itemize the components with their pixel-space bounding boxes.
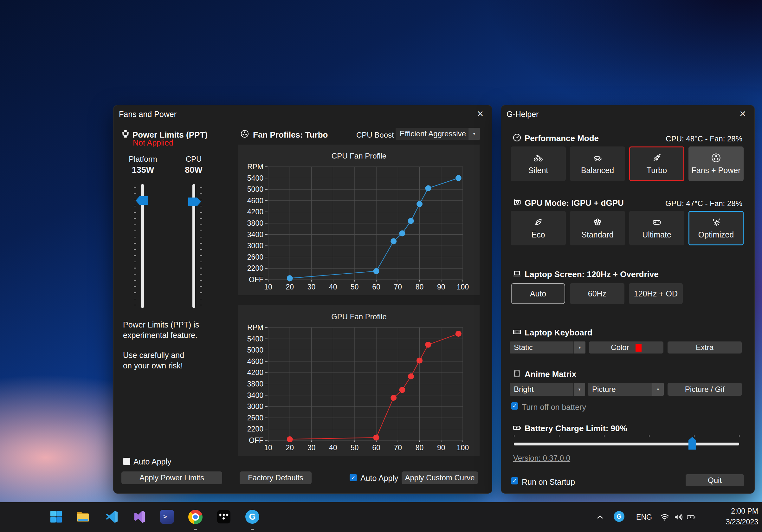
check-icon: ✓ bbox=[512, 478, 517, 484]
file-explorer-button[interactable] bbox=[75, 509, 91, 524]
ghelper-taskbar-button[interactable]: G bbox=[245, 509, 260, 524]
chevron-down-icon[interactable]: ▼ bbox=[468, 128, 480, 140]
battery-charging-icon[interactable] bbox=[687, 512, 698, 522]
screen-60hz-button[interactable]: 60Hz bbox=[570, 283, 624, 304]
gpu-eco-button[interactable]: Eco bbox=[511, 211, 566, 245]
svg-text:2600: 2600 bbox=[247, 253, 264, 261]
fan-icon bbox=[711, 153, 721, 163]
cpu-temp-fan-status: CPU: 48°C - Fan: 28% bbox=[666, 134, 742, 143]
apply-power-limits-button[interactable]: Apply Power Limits bbox=[121, 472, 222, 484]
svg-text:90: 90 bbox=[437, 443, 445, 452]
tray-clock[interactable]: 2:00 PM 3/23/2023 bbox=[726, 506, 758, 527]
terminal-button[interactable]: >_ bbox=[159, 509, 175, 524]
laptop-icon bbox=[512, 269, 521, 278]
svg-text:5400: 5400 bbox=[247, 174, 264, 182]
svg-text:3800: 3800 bbox=[247, 380, 264, 388]
gpu-temp-fan-status: GPU: 47°C - Fan: 28% bbox=[665, 199, 742, 208]
mode-turbo-button[interactable]: Turbo bbox=[629, 146, 684, 181]
platform-slider-thumb[interactable] bbox=[136, 196, 148, 205]
svg-text:GPU Fan Profile: GPU Fan Profile bbox=[331, 312, 387, 321]
cpu-fan-chart-panel: CPU Fan Profile102030405060708090100RPM5… bbox=[238, 145, 480, 295]
gpu-ultimate-button[interactable]: Ultimate bbox=[629, 211, 684, 245]
anime-mode-dropdown[interactable]: Picture ▼ bbox=[588, 383, 664, 396]
gpu-optimized-button[interactable]: Optimized bbox=[688, 211, 744, 245]
anime-picture-gif-button[interactable]: Picture / Gif bbox=[667, 383, 742, 396]
platform-slider-value: 135W bbox=[126, 165, 160, 175]
gpu-standard-button[interactable]: Standard bbox=[570, 211, 625, 245]
close-icon[interactable]: ✕ bbox=[739, 109, 746, 119]
fan-icon bbox=[240, 129, 249, 138]
cpu-boost-dropdown[interactable]: Efficient Aggressive ▼ bbox=[396, 128, 480, 140]
gpu-fan-chart[interactable]: GPU Fan Profile102030405060708090100RPM5… bbox=[238, 305, 480, 456]
laptop-keyboard-header: Laptop Keyboard bbox=[525, 328, 592, 338]
ghelper-titlebar[interactable]: G-Helper ✕ bbox=[501, 105, 754, 123]
version-link[interactable]: Version: 0.37.0.0 bbox=[513, 454, 570, 463]
svg-text:5000: 5000 bbox=[247, 185, 264, 193]
taskbar: >_ G G ENG bbox=[0, 502, 762, 532]
anime-brightness-dropdown[interactable]: Bright ▼ bbox=[510, 383, 585, 396]
chevron-down-icon[interactable]: ▼ bbox=[652, 383, 664, 396]
chrome-button[interactable] bbox=[188, 509, 203, 524]
battery-charge-icon bbox=[512, 423, 521, 432]
factory-defaults-button[interactable]: Factory Defaults bbox=[240, 472, 312, 484]
screen-120hz-od-button[interactable]: 120Hz + OD bbox=[629, 283, 683, 304]
apply-custom-curve-button[interactable]: Apply Custom Curve bbox=[402, 472, 478, 484]
svg-text:4200: 4200 bbox=[247, 368, 264, 377]
svg-text:10: 10 bbox=[264, 443, 272, 452]
tray-ghelper-icon[interactable]: G bbox=[614, 511, 624, 522]
visual-studio-button[interactable] bbox=[132, 509, 147, 524]
battery-slider-track[interactable] bbox=[514, 443, 739, 445]
close-icon[interactable]: ✕ bbox=[477, 109, 484, 119]
svg-text:4200: 4200 bbox=[247, 208, 264, 216]
start-button[interactable] bbox=[48, 509, 64, 524]
mode-fans-power-button[interactable]: Fans + Power bbox=[688, 146, 744, 181]
mode-balanced-button[interactable]: Balanced bbox=[570, 146, 625, 181]
tidal-button[interactable] bbox=[216, 509, 231, 524]
vscode-button[interactable] bbox=[104, 509, 119, 524]
chevron-down-icon[interactable]: ▼ bbox=[573, 383, 585, 396]
turn-off-on-battery-checkbox[interactable]: ✓ bbox=[511, 402, 518, 410]
mode-silent-button[interactable]: Silent bbox=[511, 146, 566, 181]
volume-icon[interactable] bbox=[673, 512, 683, 522]
auto-apply-power-checkbox[interactable] bbox=[123, 458, 130, 465]
fans-titlebar[interactable]: Fans and Power ✕ bbox=[114, 105, 492, 123]
ghelper-running-indicator bbox=[251, 529, 254, 530]
keyboard-mode-dropdown[interactable]: Static ▼ bbox=[510, 342, 585, 353]
chevron-down-icon[interactable]: ▼ bbox=[573, 342, 585, 353]
bicycle-icon bbox=[533, 153, 543, 163]
laptop-screen-header: Laptop Screen: 120Hz + Overdrive bbox=[525, 269, 659, 279]
auto-apply-curve-checkbox[interactable]: ✓ bbox=[349, 474, 357, 481]
cpu-boost-value: Efficient Aggressive bbox=[396, 128, 468, 140]
svg-text:3000: 3000 bbox=[247, 242, 264, 250]
chrome-running-indicator bbox=[194, 529, 197, 530]
wifi-icon[interactable] bbox=[660, 512, 669, 522]
visual-studio-icon bbox=[133, 510, 147, 524]
keyboard-mode-value: Static bbox=[510, 342, 573, 353]
keyboard-color-button[interactable]: Color bbox=[589, 342, 663, 353]
tray-chevron-up-icon[interactable] bbox=[595, 512, 605, 522]
svg-text:4600: 4600 bbox=[247, 357, 264, 365]
screen-auto-button[interactable]: Auto bbox=[511, 283, 565, 304]
vscode-icon bbox=[105, 510, 118, 524]
color-swatch bbox=[636, 344, 642, 351]
terminal-icon: >_ bbox=[160, 510, 174, 524]
svg-text:60: 60 bbox=[372, 443, 380, 452]
quit-button[interactable]: Quit bbox=[686, 474, 744, 486]
cpu-fan-chart[interactable]: CPU Fan Profile102030405060708090100RPM5… bbox=[238, 145, 480, 295]
cpu-chip-icon bbox=[121, 129, 130, 138]
flower-icon bbox=[592, 217, 603, 227]
gpu-card-icon bbox=[512, 198, 521, 207]
anime-brightness-value: Bright bbox=[510, 383, 573, 396]
svg-text:RPM: RPM bbox=[247, 163, 264, 171]
cpu-boost-label: CPU Boost bbox=[356, 131, 394, 139]
tray-language[interactable]: ENG bbox=[635, 513, 653, 521]
run-on-startup-checkbox[interactable]: ✓ bbox=[511, 477, 518, 485]
svg-text:2200: 2200 bbox=[247, 264, 264, 272]
folder-icon bbox=[76, 509, 90, 524]
cpu-slider-thumb[interactable] bbox=[188, 197, 201, 206]
battery-slider-thumb[interactable] bbox=[688, 437, 696, 450]
svg-text:100: 100 bbox=[457, 443, 469, 452]
fans-window-title: Fans and Power bbox=[119, 105, 177, 123]
keyboard-extra-button[interactable]: Extra bbox=[667, 342, 742, 353]
svg-text:2600: 2600 bbox=[247, 414, 264, 422]
